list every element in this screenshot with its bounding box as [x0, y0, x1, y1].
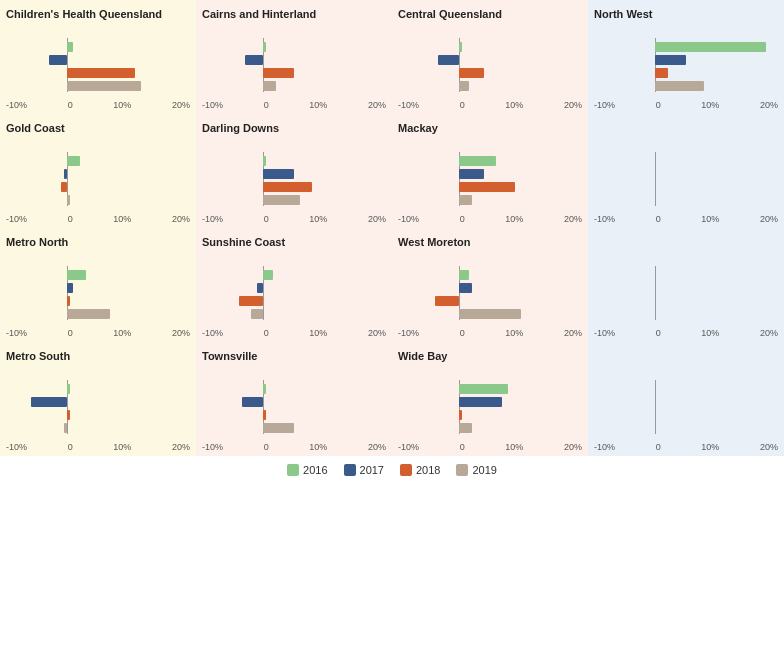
- bar-5-1: [263, 169, 294, 179]
- bar-6-1: [459, 169, 484, 179]
- legend-label-2019: 2019: [472, 464, 496, 476]
- axis-label-2: 10%: [113, 100, 131, 110]
- axis-label-1: 0: [68, 214, 73, 224]
- bar-13-1: [242, 397, 263, 407]
- chart-cell-7: -10%010%20%: [588, 114, 784, 228]
- chart-grid: Children's Health Queensland-10%010%20%C…: [0, 0, 784, 456]
- chart-cell-14: Wide Bay-10%010%20%: [392, 342, 588, 456]
- axis-label-2: 10%: [505, 442, 523, 452]
- chart-area-11: -10%010%20%: [594, 266, 778, 338]
- bar-8-1: [67, 283, 73, 293]
- bar-12-0: [67, 384, 70, 394]
- axis-labels-5: -10%010%20%: [202, 214, 386, 224]
- axis-label-1: 0: [460, 214, 465, 224]
- axis-labels-6: -10%010%20%: [398, 214, 582, 224]
- axis-labels-11: -10%010%20%: [594, 328, 778, 338]
- axis-labels-3: -10%010%20%: [594, 100, 778, 110]
- axis-labels-12: -10%010%20%: [6, 442, 190, 452]
- bar-3-2: [655, 68, 667, 78]
- axis-label-3: 20%: [564, 328, 582, 338]
- chart-area-4: -10%010%20%: [6, 152, 190, 224]
- chart-area-12: -10%010%20%: [6, 380, 190, 452]
- chart-area-13: -10%010%20%: [202, 380, 386, 452]
- bar-10-1: [459, 283, 471, 293]
- bar-6-0: [459, 156, 496, 166]
- bar-2-1: [438, 55, 459, 65]
- axis-labels-4: -10%010%20%: [6, 214, 190, 224]
- axis-label-3: 20%: [172, 100, 190, 110]
- axis-label-0: -10%: [594, 442, 615, 452]
- chart-area-15: -10%010%20%: [594, 380, 778, 452]
- axis-label-1: 0: [460, 328, 465, 338]
- chart-cell-11: -10%010%20%: [588, 228, 784, 342]
- axis-label-2: 10%: [309, 328, 327, 338]
- axis-label-2: 10%: [309, 214, 327, 224]
- chart-title-7: [594, 122, 778, 148]
- axis-label-0: -10%: [398, 100, 419, 110]
- legend-color-2018: [400, 464, 412, 476]
- axis-labels-7: -10%010%20%: [594, 214, 778, 224]
- chart-area-6: -10%010%20%: [398, 152, 582, 224]
- chart-area-7: -10%010%20%: [594, 152, 778, 224]
- chart-legend: 2016201720182019: [0, 456, 784, 480]
- chart-area-9: -10%010%20%: [202, 266, 386, 338]
- chart-cell-15: -10%010%20%: [588, 342, 784, 456]
- bar-1-0: [263, 42, 266, 52]
- axis-label-3: 20%: [760, 442, 778, 452]
- axis-label-1: 0: [264, 442, 269, 452]
- axis-label-1: 0: [68, 100, 73, 110]
- axis-labels-9: -10%010%20%: [202, 328, 386, 338]
- zero-axis-line: [655, 266, 656, 320]
- chart-area-3: -10%010%20%: [594, 38, 778, 110]
- chart-area-0: -10%010%20%: [6, 38, 190, 110]
- bar-2-2: [459, 68, 484, 78]
- chart-title-10: West Moreton: [398, 236, 582, 262]
- axis-label-2: 10%: [113, 328, 131, 338]
- bar-14-2: [459, 410, 462, 420]
- axis-label-3: 20%: [172, 442, 190, 452]
- axis-label-2: 10%: [505, 214, 523, 224]
- bar-3-1: [655, 55, 686, 65]
- axis-label-0: -10%: [398, 442, 419, 452]
- axis-label-0: -10%: [6, 214, 27, 224]
- legend-label-2017: 2017: [360, 464, 384, 476]
- axis-label-0: -10%: [398, 214, 419, 224]
- chart-title-11: [594, 236, 778, 262]
- axis-label-1: 0: [656, 100, 661, 110]
- bar-14-1: [459, 397, 502, 407]
- axis-label-1: 0: [264, 328, 269, 338]
- axis-label-1: 0: [68, 442, 73, 452]
- legend-color-2019: [456, 464, 468, 476]
- bar-2-3: [459, 81, 468, 91]
- bar-4-1: [64, 169, 67, 179]
- bar-5-3: [263, 195, 300, 205]
- axis-label-2: 10%: [309, 442, 327, 452]
- chart-title-9: Sunshine Coast: [202, 236, 386, 262]
- bar-4-2: [61, 182, 67, 192]
- chart-cell-6: Mackay-10%010%20%: [392, 114, 588, 228]
- legend-label-2018: 2018: [416, 464, 440, 476]
- legend-label-2016: 2016: [303, 464, 327, 476]
- chart-cell-2: Central Queensland-10%010%20%: [392, 0, 588, 114]
- axis-label-0: -10%: [202, 214, 223, 224]
- chart-title-12: Metro South: [6, 350, 190, 376]
- chart-cell-3: North West-10%010%20%: [588, 0, 784, 114]
- bar-4-0: [67, 156, 79, 166]
- axis-label-1: 0: [264, 214, 269, 224]
- axis-label-1: 0: [264, 100, 269, 110]
- bar-0-3: [67, 81, 141, 91]
- bar-14-0: [459, 384, 508, 394]
- legend-color-2016: [287, 464, 299, 476]
- chart-title-2: Central Queensland: [398, 8, 582, 34]
- chart-title-15: [594, 350, 778, 376]
- bar-9-0: [263, 270, 272, 280]
- bar-12-1: [31, 397, 68, 407]
- axis-label-3: 20%: [368, 100, 386, 110]
- chart-title-0: Children's Health Queensland: [6, 8, 190, 34]
- axis-label-1: 0: [460, 442, 465, 452]
- chart-area-1: -10%010%20%: [202, 38, 386, 110]
- axis-labels-14: -10%010%20%: [398, 442, 582, 452]
- bar-0-0: [67, 42, 73, 52]
- chart-title-5: Darling Downs: [202, 122, 386, 148]
- zero-axis-line: [655, 152, 656, 206]
